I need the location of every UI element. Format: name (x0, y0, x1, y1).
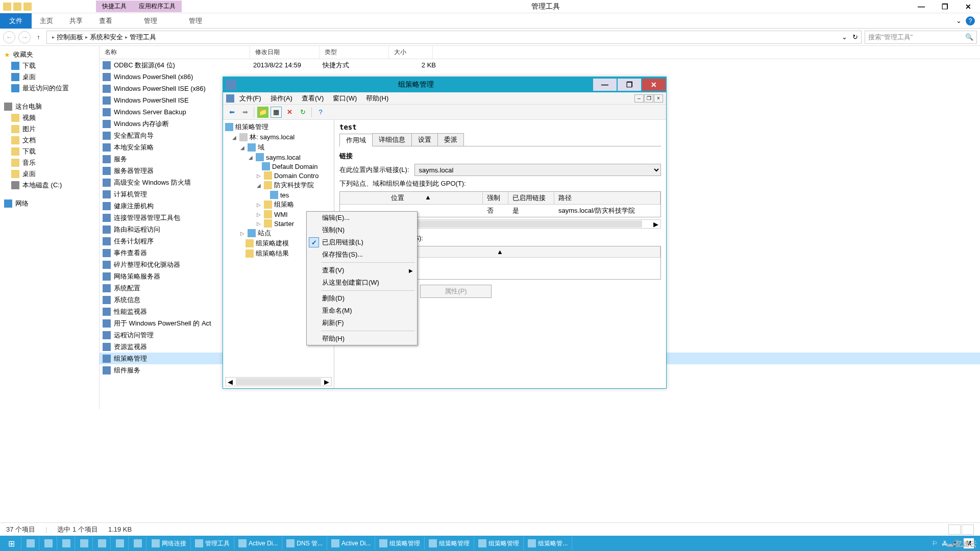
taskbar-pinned[interactable] (130, 537, 146, 550)
taskbar-app[interactable]: 组策略管理 (375, 537, 425, 550)
help-icon[interactable]: ? (966, 16, 975, 26)
collapse-icon[interactable]: ◢ (256, 183, 262, 188)
tray-flag-icon[interactable]: ⚐ (932, 540, 938, 547)
sidebar-item[interactable]: 文档 (2, 135, 97, 146)
tab-delegation[interactable]: 委派 (437, 133, 464, 146)
maximize-button[interactable]: ❐ (933, 0, 957, 13)
sidebar-item[interactable]: 音乐 (2, 157, 97, 168)
gpmc-minimize[interactable]: — (593, 79, 617, 91)
tree-domains[interactable]: ◢域 (225, 142, 332, 153)
collapse-icon[interactable]: ◢ (248, 155, 254, 160)
col-size[interactable]: 大小 (389, 46, 433, 59)
file-row[interactable]: ODBC 数据源(64 位) 2013/8/22 14:59 快捷方式 2 KB (100, 59, 980, 71)
context-tab-shortcut[interactable]: 快捷工具 (96, 1, 133, 12)
taskbar-app[interactable]: 组策略管理 (474, 537, 524, 550)
tree-gpo-test[interactable]: tes (225, 190, 332, 199)
ribbon-tab-share[interactable]: 共享 (61, 13, 91, 29)
expand-icon[interactable]: ▷ (256, 212, 262, 217)
col-type[interactable]: 类型 (320, 46, 389, 59)
taskbar-app[interactable]: Active Di... (327, 537, 375, 550)
ribbon-tab-manage[interactable]: 管理 (136, 13, 165, 29)
expand-icon[interactable]: ▷ (239, 231, 246, 236)
context-menu-item[interactable]: 重命名(M) (307, 305, 417, 317)
sidebar-item[interactable]: 下载 (2, 60, 97, 71)
refresh-icon[interactable]: ↻ (297, 107, 308, 118)
breadcrumb-part[interactable]: 控制面板 (57, 33, 83, 42)
sidebar-item[interactable]: 视频 (2, 112, 97, 123)
breadcrumb[interactable]: ▸ 控制面板 ▸ 系统和安全 ▸ 管理工具 ⌄ ↻ (46, 31, 862, 44)
sidebar-item[interactable]: 本地磁盘 (C:) (2, 180, 97, 191)
taskbar-pinned[interactable] (40, 537, 57, 550)
gpmc-close[interactable]: ✕ (642, 79, 666, 91)
taskbar-app[interactable]: DNS 管... (282, 537, 327, 550)
tree-ou[interactable]: ◢防灾科技学院 (225, 180, 332, 190)
gpmc-maximize[interactable]: ❐ (618, 79, 641, 91)
menu-help[interactable]: 帮助(H) (362, 93, 393, 104)
expand-icon[interactable]: ▷ (256, 221, 262, 227)
taskbar-pinned[interactable] (76, 537, 93, 550)
context-menu-item[interactable]: 删除(D) (307, 292, 417, 305)
minimize-button[interactable]: — (910, 0, 933, 13)
col-name[interactable]: 名称 (100, 46, 250, 59)
ribbon-tab-view[interactable]: 查看 (91, 13, 120, 29)
forward-icon[interactable]: ➡ (239, 107, 251, 118)
sidebar-item[interactable]: 最近访问的位置 (2, 83, 97, 94)
sidebar-item[interactable]: 桌面 (2, 168, 97, 180)
col-enabled[interactable]: 已启用链接 (508, 192, 554, 204)
context-menu-item[interactable]: 强制(N) (307, 224, 417, 236)
sidebar-item[interactable]: 桌面 (2, 71, 97, 83)
taskbar-app[interactable]: Active Di... (234, 537, 282, 550)
tab-settings[interactable]: 设置 (411, 133, 438, 146)
tree-root[interactable]: 组策略管理 (225, 122, 332, 132)
tree-forest[interactable]: ◢林: sayms.local (225, 132, 332, 142)
dropdown-icon[interactable]: ⌄ (839, 33, 850, 41)
taskbar-app[interactable]: 组策略管... (524, 537, 572, 550)
tree-node[interactable]: ▷组策略 (225, 199, 332, 210)
menu-file[interactable]: 文件(F) (235, 93, 265, 104)
taskbar-pinned[interactable] (94, 537, 111, 550)
up-button[interactable]: ↑ (34, 33, 43, 41)
qat-icon[interactable] (13, 3, 21, 11)
sidebar-favorites[interactable]: ★收藏夹 (2, 49, 97, 60)
forward-button[interactable]: → (18, 31, 31, 43)
collapse-icon[interactable]: ◢ (231, 135, 237, 140)
taskbar-app[interactable]: 网络连接 (148, 537, 191, 550)
tree-scrollbar[interactable]: ◀▶ (225, 377, 332, 386)
mdi-restore[interactable]: ❐ (644, 94, 653, 103)
start-button[interactable]: ⊞ (2, 537, 21, 550)
tree-gpo[interactable]: Default Domain (225, 162, 332, 171)
taskbar-pinned[interactable] (112, 537, 129, 550)
sidebar-item[interactable]: 下载 (2, 146, 97, 157)
qat-icon[interactable] (23, 3, 32, 11)
back-button[interactable]: ← (3, 31, 15, 43)
col-location[interactable]: 位置▲ (340, 192, 483, 204)
taskbar-pinned[interactable] (58, 537, 75, 550)
back-icon[interactable]: ⬅ (226, 107, 237, 118)
view-icons-button[interactable] (962, 524, 974, 535)
col-date[interactable]: 修改日期 (250, 46, 320, 59)
chevron-right-icon[interactable]: ▸ (125, 34, 128, 40)
qat-icon[interactable] (3, 3, 11, 11)
tree-ou[interactable]: ▷Domain Contro (225, 171, 332, 180)
taskbar-app[interactable]: 组策略管理 (425, 537, 474, 550)
search-input[interactable]: 搜索"管理工具" 🔍 (865, 31, 977, 44)
context-menu-item[interactable]: 帮助(H) (307, 333, 417, 345)
expand-icon[interactable]: ▷ (256, 173, 262, 179)
up-icon[interactable]: 📁 (257, 107, 268, 118)
context-tab-app[interactable]: 应用程序工具 (133, 1, 182, 12)
links-location-select[interactable]: sayms.local (414, 164, 662, 176)
file-tab[interactable]: 文件 (0, 13, 32, 29)
mdi-close[interactable]: × (654, 94, 663, 103)
menu-window[interactable]: 窗口(W) (329, 93, 361, 104)
close-button[interactable]: ✕ (957, 0, 980, 13)
context-menu-item[interactable]: 保存报告(S)... (307, 248, 417, 261)
context-menu-item[interactable]: ✓已启用链接(L) (307, 236, 417, 248)
breadcrumb-part[interactable]: 系统和安全 (90, 33, 123, 42)
breadcrumb-part[interactable]: 管理工具 (130, 33, 156, 42)
ribbon-tab-manage2[interactable]: 管理 (181, 13, 210, 29)
delete-icon[interactable]: ✕ (284, 107, 295, 118)
mdi-min[interactable]: – (634, 94, 644, 103)
menu-view[interactable]: 查看(V) (298, 93, 328, 104)
context-menu-item[interactable]: 刷新(F) (307, 317, 417, 329)
sidebar-thispc[interactable]: 这台电脑 (2, 101, 97, 112)
